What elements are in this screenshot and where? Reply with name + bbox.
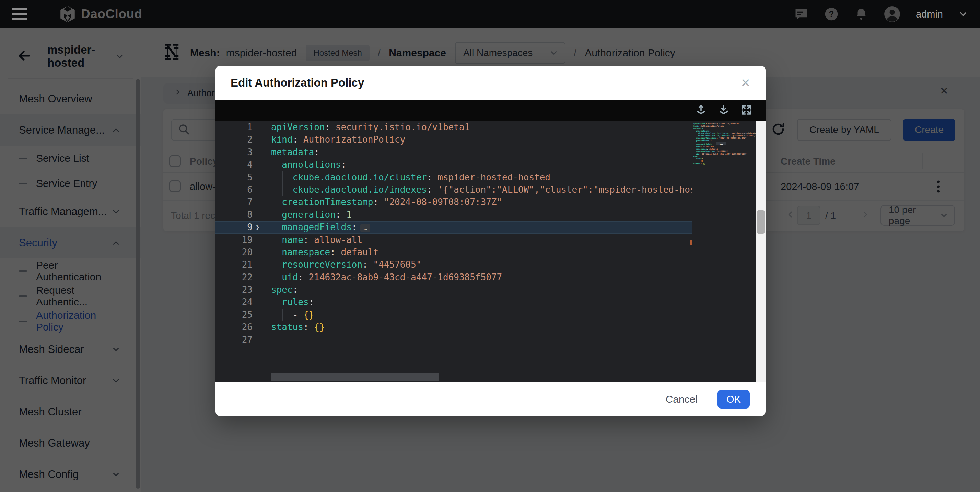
code-line-9[interactable]: 9❯ managedFields:… bbox=[215, 221, 692, 233]
code-text: generation: 1 bbox=[271, 209, 692, 221]
code-line-20[interactable]: 20 namespace: default bbox=[215, 246, 692, 258]
token-pn: : bbox=[325, 122, 336, 132]
code-text: apiVersion: security.istio.io/v1beta1 bbox=[271, 121, 692, 133]
line-number: 9 bbox=[215, 221, 253, 233]
line-number: 4 bbox=[215, 158, 253, 171]
line-number: 21 bbox=[215, 258, 253, 271]
token-pn bbox=[271, 235, 282, 245]
code-line-27[interactable]: 27 bbox=[215, 334, 692, 346]
editor-horizontal-scrollbar-thumb[interactable] bbox=[271, 373, 439, 381]
logo-text: DaoCloud bbox=[81, 7, 142, 21]
code-line-25[interactable]: 25 - {} bbox=[215, 308, 692, 321]
code-line-8[interactable]: 8 generation: 1 bbox=[215, 209, 692, 221]
token-pn bbox=[271, 222, 282, 232]
edit-authorization-policy-modal: Edit Authorization Policy ✕ 1apiVersion:… bbox=[215, 65, 765, 416]
token-pn: : bbox=[427, 172, 438, 182]
avatar[interactable] bbox=[884, 5, 901, 23]
line-number: 2 bbox=[215, 133, 253, 146]
code-text: ckube.daocloud.io/cluster: mspider-hoste… bbox=[271, 171, 692, 184]
minimap-line: namespace: default bbox=[693, 148, 756, 150]
code-line-3[interactable]: 3metadata: bbox=[215, 146, 692, 158]
line-number: 7 bbox=[215, 196, 253, 208]
code-line-19[interactable]: 19 name: allow-all bbox=[215, 234, 692, 246]
minimap-line: - {} bbox=[693, 160, 756, 162]
fullscreen-icon[interactable] bbox=[740, 104, 752, 118]
code-lines[interactable]: 1apiVersion: security.istio.io/v1beta12k… bbox=[215, 121, 692, 382]
line-number: 26 bbox=[215, 321, 253, 333]
minimap-line: ckube.daocloud.io/cluster: mspider-hoste… bbox=[693, 132, 756, 134]
upload-icon[interactable] bbox=[695, 104, 707, 118]
code-line-21[interactable]: 21 resourceVersion: "4457605" bbox=[215, 258, 692, 271]
token-key: name bbox=[282, 235, 303, 245]
token-pn: : bbox=[293, 134, 303, 145]
token-fold: … bbox=[360, 224, 370, 232]
modal-title: Edit Authorization Policy bbox=[231, 76, 364, 89]
code-line-26[interactable]: 26status: {} bbox=[215, 321, 692, 333]
yaml-editor[interactable]: 1apiVersion: security.istio.io/v1beta12k… bbox=[215, 121, 765, 382]
hamburger-menu-icon[interactable] bbox=[12, 8, 27, 20]
token-key: managedFields bbox=[282, 222, 352, 232]
modal-footer: Cancel OK bbox=[215, 382, 765, 416]
cancel-button[interactable]: Cancel bbox=[666, 393, 698, 405]
token-pn: : bbox=[352, 222, 357, 232]
code-line-1[interactable]: 1apiVersion: security.istio.io/v1beta1 bbox=[215, 121, 692, 133]
token-pn: : bbox=[298, 272, 309, 283]
minimap-marker bbox=[690, 240, 692, 245]
code-line-7[interactable]: 7 creationTimestamp: "2024-08-09T08:07:3… bbox=[215, 196, 692, 208]
scrollbar-thumb[interactable] bbox=[757, 210, 765, 234]
code-line-6[interactable]: 6 ckube.daocloud.io/indexes: '{"action":… bbox=[215, 184, 692, 196]
token-pn bbox=[271, 209, 282, 220]
username-label[interactable]: admin bbox=[916, 9, 943, 20]
code-text: rules: bbox=[271, 296, 692, 308]
token-str: "4457605" bbox=[373, 259, 422, 270]
minimap-line: uid: 214632ac-8ab9-43cd-a447-1d69385f507… bbox=[693, 153, 756, 155]
code-line-24[interactable]: 24 rules: bbox=[215, 296, 692, 308]
code-line-5[interactable]: 5 ckube.daocloud.io/cluster: mspider-hos… bbox=[215, 171, 692, 184]
code-line-4[interactable]: 4 annotations: bbox=[215, 158, 692, 171]
download-icon[interactable] bbox=[718, 104, 730, 118]
modal-close-icon[interactable]: ✕ bbox=[741, 77, 751, 89]
line-number: 25 bbox=[215, 308, 253, 321]
code-text: namespace: default bbox=[271, 246, 692, 258]
code-line-22[interactable]: 22 uid: 214632ac-8ab9-43cd-a447-1d69385f… bbox=[215, 271, 692, 283]
token-pn: : bbox=[341, 160, 347, 170]
token-key: ckube.daocloud.io/cluster bbox=[293, 172, 427, 182]
token-key: generation bbox=[282, 209, 336, 220]
token-pn bbox=[271, 184, 293, 195]
line-number: 19 bbox=[215, 234, 253, 246]
indent-guide bbox=[282, 184, 283, 196]
token-key: spec bbox=[271, 284, 293, 295]
minimap-line: annotations: bbox=[693, 129, 756, 132]
editor-vertical-scrollbar[interactable] bbox=[756, 121, 765, 382]
line-number: 8 bbox=[215, 209, 253, 221]
token-val: allow-all bbox=[314, 235, 362, 245]
minimap-line: apiVersion: security.istio.io/v1beta1 bbox=[693, 122, 756, 125]
token-key: creationTimestamp bbox=[282, 197, 373, 207]
ok-button[interactable]: OK bbox=[718, 390, 750, 409]
svg-text:?: ? bbox=[829, 9, 834, 19]
token-num: 1 bbox=[346, 209, 352, 220]
user-chevron-down-icon[interactable] bbox=[958, 9, 968, 19]
editor-toolbar bbox=[215, 100, 765, 121]
editor-minimap[interactable]: apiVersion: security.istio.io/v1beta1kin… bbox=[693, 122, 756, 382]
code-text: managedFields:… bbox=[271, 221, 692, 233]
indent-guide bbox=[282, 308, 283, 321]
bell-icon[interactable] bbox=[854, 7, 869, 21]
code-line-23[interactable]: 23spec: bbox=[215, 283, 692, 296]
code-text: ckube.daocloud.io/indexes: '{"action":"A… bbox=[271, 184, 692, 196]
chat-icon[interactable] bbox=[794, 6, 809, 22]
minimap-line: spec: bbox=[693, 155, 756, 157]
code-text: status: {} bbox=[271, 321, 692, 333]
minimap-line: rules: bbox=[693, 157, 756, 160]
token-key: status bbox=[271, 322, 303, 332]
token-key: resourceVersion bbox=[282, 259, 362, 270]
code-line-2[interactable]: 2kind: AuthorizationPolicy bbox=[215, 133, 692, 146]
token-pn: : bbox=[303, 322, 314, 332]
fold-chevron-right-icon[interactable]: ❯ bbox=[255, 221, 260, 233]
minimap-line: metadata: bbox=[693, 127, 756, 129]
token-key: ckube.daocloud.io/indexes bbox=[293, 184, 427, 195]
help-icon[interactable]: ? bbox=[824, 6, 839, 22]
line-number: 22 bbox=[215, 271, 253, 283]
code-text: resourceVersion: "4457605" bbox=[271, 258, 692, 271]
minimap-line: status: {} bbox=[693, 162, 756, 165]
